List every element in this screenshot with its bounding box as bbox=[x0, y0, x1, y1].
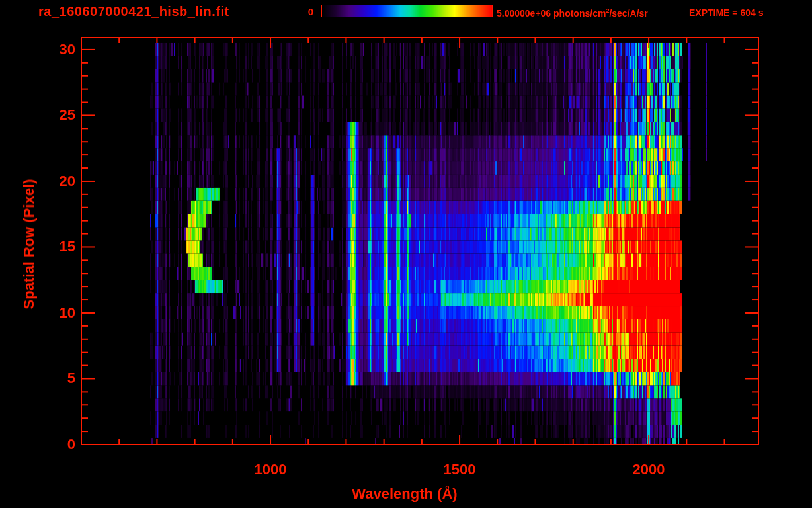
y-axis-title: Spatial Row (Pixel) bbox=[20, 179, 38, 310]
y-tick-label: 25 bbox=[38, 106, 75, 124]
x-axis-title: Wavelength (Å) bbox=[352, 486, 457, 503]
x-tick-label: 1000 bbox=[237, 461, 304, 478]
colorbar-units-suffix: /sec/A/sr bbox=[609, 8, 647, 19]
colorbar bbox=[321, 5, 493, 17]
x-tick-label: 1500 bbox=[426, 461, 493, 478]
y-tick-label: 10 bbox=[38, 304, 75, 321]
colorbar-min-label: 0 bbox=[291, 6, 313, 17]
y-tick-label: 5 bbox=[38, 370, 75, 387]
colorbar-max-value: 5.00000e+06 photons/cm bbox=[497, 8, 606, 19]
spectrogram-plot-canvas bbox=[0, 0, 812, 508]
y-tick-label: 20 bbox=[38, 173, 75, 190]
y-tick-label: 15 bbox=[38, 238, 75, 255]
exptime-label: EXPTIME = 604 s bbox=[689, 7, 763, 18]
y-tick-label: 30 bbox=[38, 41, 75, 58]
y-tick-label: 0 bbox=[38, 436, 75, 453]
colorbar-max-label: 5.00000e+06 photons/cm2/sec/A/sr bbox=[497, 7, 648, 19]
file-title: ra_160607000421_hisb_lin.fit bbox=[38, 4, 229, 19]
x-tick-label: 2000 bbox=[616, 461, 682, 478]
spectrogram-viewer-window: ra_160607000421_hisb_lin.fit 0 5.00000e+… bbox=[0, 0, 812, 508]
